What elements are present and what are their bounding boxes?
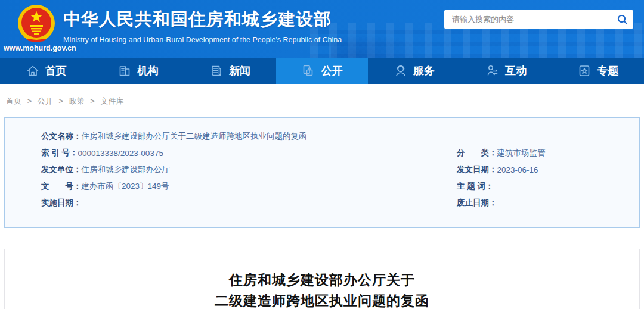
- category-value: 建筑市场监管: [497, 148, 546, 158]
- issuing-unit-label: 发文单位：: [41, 164, 82, 175]
- nav-item-topics[interactable]: 专题: [552, 58, 644, 84]
- nav-label: 专题: [597, 64, 618, 78]
- nav-label: 互动: [505, 64, 527, 78]
- breadcrumb-separator: >: [90, 96, 95, 105]
- breadcrumb-disclosure[interactable]: 公开: [38, 96, 53, 105]
- interaction-icon: [485, 64, 500, 78]
- doc-name-row: 公文名称： 住房和城乡建设部办公厅关于二级建造师跨地区执业问题的复函: [41, 128, 639, 145]
- issuing-unit-value: 住房和城乡建设部办公厅: [82, 164, 171, 175]
- document-info-box: 公文名称： 住房和城乡建设部办公厅关于二级建造师跨地区执业问题的复函 索 引 号…: [4, 117, 640, 228]
- doc-name-label: 公文名称：: [41, 131, 82, 142]
- doc-name-value: 住房和城乡建设部办公厅关于二级建造师跨地区执业问题的复函: [82, 131, 307, 142]
- repeal-date-label: 废止日期：: [457, 198, 497, 208]
- nav-item-organization[interactable]: 机构: [92, 58, 184, 84]
- service-icon: [394, 64, 408, 78]
- subject-words-label: 主 题 词：: [457, 181, 494, 192]
- nav-item-news[interactable]: 新闻: [184, 58, 276, 84]
- organization-icon: [117, 64, 132, 78]
- index-number-label: 索 引 号：: [41, 148, 78, 158]
- breadcrumb-policy[interactable]: 政策: [69, 96, 85, 105]
- national-emblem-icon: [16, 3, 57, 45]
- nav-label: 服务: [413, 64, 435, 78]
- site-url: www.mohurd.gov.cn: [4, 44, 93, 52]
- implementation-date-label: 实施日期：: [41, 198, 82, 208]
- category-label: 分 类：: [457, 148, 497, 158]
- home-icon: [26, 64, 40, 78]
- ministry-title-cn: 中华人民共和国住房和城乡建设部: [63, 8, 342, 32]
- article-content-box: 住房和城乡建设部办公厅关于 二级建造师跨地区执业问题的复函: [4, 249, 640, 309]
- article-title: 住房和城乡建设部办公厅关于 二级建造师跨地区执业问题的复函: [5, 270, 639, 309]
- search-icon: [617, 14, 628, 26]
- national-emblem: [12, 3, 61, 45]
- nav-item-service[interactable]: 服务: [368, 58, 460, 84]
- nav-label: 机构: [137, 64, 159, 78]
- doc-number-value: 建办市函〔2023〕149号: [82, 181, 169, 192]
- main-nav: 首页 机构 新闻 公开 服务: [0, 58, 644, 84]
- article-title-line1: 住房和城乡建设部办公厅关于: [5, 270, 639, 291]
- ministry-title-en: Ministry of Housing and Urban-Rural Deve…: [63, 36, 342, 44]
- index-number-value: 000013338/2023-00375: [78, 149, 163, 158]
- breadcrumb-document-library[interactable]: 文件库: [101, 96, 124, 105]
- search-button[interactable]: [612, 10, 633, 29]
- nav-label: 公开: [321, 64, 342, 78]
- issue-date-value: 2023-06-16: [497, 166, 538, 174]
- breadcrumb-separator: >: [27, 96, 32, 105]
- doc-number-label: 文 号：: [41, 181, 82, 192]
- breadcrumb-separator: >: [58, 96, 63, 105]
- issue-date-label: 发文日期：: [457, 164, 497, 175]
- search-box: [444, 10, 633, 29]
- breadcrumb: 首页 > 公开 > 政策 > 文件库: [0, 84, 644, 117]
- nav-item-interaction[interactable]: 互动: [460, 58, 552, 84]
- nav-item-disclosure[interactable]: 公开: [276, 58, 368, 84]
- doc-info-row: 发文单位： 住房和城乡建设部办公厅 发文日期： 2023-06-16: [41, 161, 639, 178]
- topics-icon: [577, 64, 592, 78]
- tree-silhouette: [331, 33, 420, 58]
- search-input[interactable]: [444, 10, 612, 29]
- news-icon: [209, 64, 224, 78]
- nav-label: 新闻: [229, 64, 250, 78]
- site-header: www.mohurd.gov.cn 中华人民共和国住房和城乡建设部 Minist…: [0, 0, 644, 58]
- doc-info-row: 实施日期： 废止日期：: [41, 195, 639, 211]
- nav-label: 首页: [45, 64, 67, 78]
- disclosure-icon: [301, 64, 315, 78]
- article-title-line2: 二级建造师跨地区执业问题的复函: [5, 291, 639, 309]
- doc-info-row: 文 号： 建办市函〔2023〕149号 主 题 词：: [41, 178, 639, 195]
- breadcrumb-home[interactable]: 首页: [6, 96, 21, 105]
- nav-item-home[interactable]: 首页: [0, 58, 92, 84]
- doc-info-row: 索 引 号： 000013338/2023-00375 分 类： 建筑市场监管: [41, 145, 639, 161]
